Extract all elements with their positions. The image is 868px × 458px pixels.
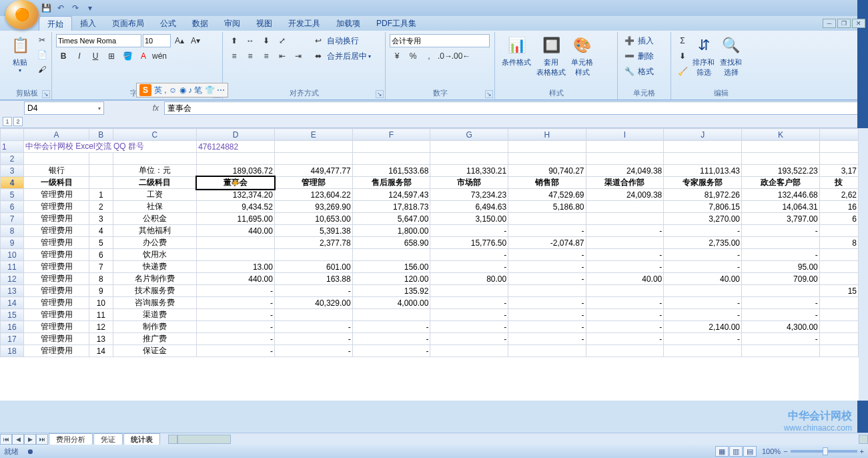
cell[interactable]: - [664,225,742,237]
cell[interactable]: 董事会✦ [197,177,275,189]
cell[interactable]: 24,009.38 [586,189,664,201]
italic-button[interactable]: I [72,49,87,63]
format-label[interactable]: 格式 [638,66,654,77]
cell[interactable]: 90,740.27 [508,165,586,177]
cell[interactable]: 13.00 [197,261,275,273]
cell[interactable]: 163.88 [274,273,352,285]
cell[interactable]: 658.90 [352,237,430,249]
cell[interactable] [274,153,352,165]
cell[interactable] [819,225,858,237]
cell[interactable]: - [352,345,430,357]
ribbon-tab-1[interactable]: 插入 [72,16,104,31]
cell[interactable] [430,141,508,153]
cell[interactable]: 120.00 [352,273,430,285]
merge-label[interactable]: 合并后居中 [327,51,367,62]
cell[interactable]: 管理费用 [23,261,89,273]
cell[interactable] [664,141,742,153]
sheet-tab[interactable]: 统计表 [123,433,160,445]
cell[interactable]: 2,140.00 [664,321,742,333]
qat-dropdown-icon[interactable]: ▾ [84,2,96,14]
row-header[interactable]: 15 [1,309,24,321]
cell[interactable] [742,153,820,165]
cell[interactable]: 15 [819,285,858,297]
cut-icon[interactable]: ✂ [35,33,49,47]
cell[interactable]: - [742,309,820,321]
column-header[interactable]: H [508,129,586,141]
name-box[interactable]: D4▾ [24,101,104,115]
column-header[interactable]: D [197,129,275,141]
cell[interactable]: 4,000.00 [352,297,430,309]
cell[interactable]: 11,695.00 [197,213,275,225]
cell[interactable]: 40.00 [586,273,664,285]
cell[interactable] [819,297,858,309]
cell[interactable] [819,153,858,165]
cell[interactable]: 管理费用 [23,225,89,237]
align-left-icon[interactable]: ≡ [227,49,242,63]
cell[interactable]: 9,434.52 [197,201,275,213]
ribbon-tab-6[interactable]: 视图 [248,16,280,31]
cell[interactable] [742,285,820,297]
cell[interactable]: 技 [819,177,858,189]
cell[interactable]: - [586,309,664,321]
cell[interactable]: 一级科目 [23,177,89,189]
font-name-combo[interactable] [56,34,141,47]
cell[interactable]: 135.92 [352,285,430,297]
cell[interactable]: 5,391.38 [274,225,352,237]
cell[interactable] [430,285,508,297]
cell[interactable]: 10,653.00 [274,213,352,225]
column-header[interactable]: K [742,129,820,141]
paste-button[interactable]: 📋 粘贴 ▾ [7,33,33,75]
cell[interactable]: - [197,333,275,345]
row-header[interactable]: 17 [1,333,24,345]
cell[interactable]: 118,330.21 [430,165,508,177]
cell[interactable]: - [508,297,586,309]
cell[interactable] [819,345,858,357]
cell[interactable]: 二级科目 [113,177,197,189]
ime-item[interactable]: ⋯ [217,85,225,95]
cell[interactable]: - [430,321,508,333]
cell[interactable]: 11 [89,309,113,321]
cell[interactable]: 189,036.72 [197,165,275,177]
autosum-icon[interactable]: Σ [675,34,690,47]
fill-color-icon[interactable]: 🪣 [120,49,135,63]
cell[interactable]: - [430,249,508,261]
cell[interactable] [89,177,113,189]
cell[interactable] [819,321,858,333]
table-format-button[interactable]: 🔲套用 表格格式 [534,33,568,79]
wrap-label[interactable]: 自动换行 [327,35,359,47]
zoom-in-button[interactable]: + [860,447,864,455]
cell[interactable]: 73,234.23 [430,189,508,201]
cell[interactable] [23,153,89,165]
align-top-icon[interactable]: ⬆ [227,34,242,47]
bold-button[interactable]: B [56,49,71,63]
row-header[interactable]: 7 [1,213,24,225]
cell[interactable]: 2,377.78 [274,237,352,249]
cell[interactable]: 管理费用 [23,321,89,333]
cell[interactable] [819,261,858,273]
cell[interactable]: 管理费用 [23,249,89,261]
cell[interactable]: 单位：元 [113,165,197,177]
cell[interactable]: 111,013.43 [664,165,742,177]
dialog-launcher-icon[interactable]: ↘ [485,90,493,98]
office-button[interactable]: 🟠 [5,0,39,29]
cell[interactable] [430,153,508,165]
redo-icon[interactable]: ↷ [69,2,81,14]
cell[interactable]: 449,477.77 [274,165,352,177]
cell[interactable] [352,141,430,153]
cell[interactable]: - [508,225,586,237]
cell[interactable] [819,333,858,345]
column-header[interactable] [819,129,858,141]
sheet-tab[interactable]: 凭证 [93,433,123,445]
cell[interactable]: 3,150.00 [430,213,508,225]
cell[interactable] [586,285,664,297]
next-sheet-button[interactable]: ▶ [24,434,36,445]
page-break-view-button[interactable]: ▤ [743,446,757,457]
row-header[interactable]: 6 [1,201,24,213]
ribbon-tab-2[interactable]: 页面布局 [104,16,152,31]
cell[interactable]: - [352,321,430,333]
sheet-tab[interactable]: 费用分析 [49,433,93,445]
cell[interactable]: 1 [89,189,113,201]
column-header[interactable]: E [274,129,352,141]
cell[interactable] [508,153,586,165]
cell[interactable] [352,309,430,321]
